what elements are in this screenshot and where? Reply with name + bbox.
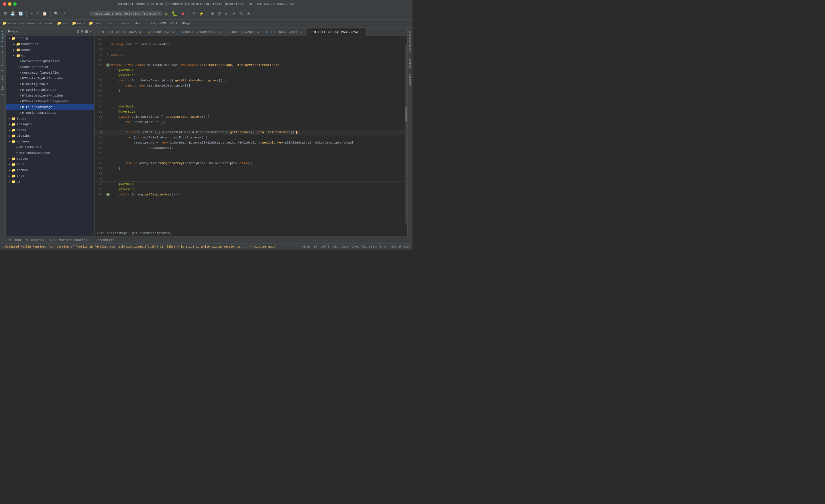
- stop-button[interactable]: ⏹: [179, 10, 186, 17]
- tree-item-ui2[interactable]: ▶ 📁 ui: [6, 179, 94, 185]
- tree-item-MTFileColorsPage[interactable]: ● MTFileColorsPage: [6, 104, 94, 110]
- scrollbar-track[interactable]: [405, 45, 407, 223]
- tab-close-btn[interactable]: ✕: [256, 30, 260, 34]
- favorites-tool-window-btn[interactable]: 2: Favorites: [1, 73, 5, 97]
- breadcrumb-com[interactable]: com: [106, 22, 112, 25]
- maven-projects-btn[interactable]: Maven Projects: [408, 29, 412, 54]
- tree-item-BeforeConfigNotifier[interactable]: ● BeforeConfigNotifier: [6, 59, 94, 64]
- tree-item-CustomConfigNotifier[interactable]: ● CustomConfigNotifier: [6, 70, 94, 76]
- breadcrumb-main[interactable]: 📁 main: [72, 21, 84, 25]
- tab-SettingsGradle[interactable]: G SETTINGS.GRADLE ✕: [263, 28, 306, 36]
- tab-MTFileColorsPage[interactable]: J MT FILE COLORS PAGE.JAVA ✕: [306, 28, 367, 36]
- tree-scroll-btn[interactable]: ⊞: [85, 29, 88, 33]
- toolbar-vcs-btn[interactable]: ⎇: [230, 11, 237, 17]
- bottom-tab-checkstyle[interactable]: ✓ CheckStyle: [90, 237, 117, 242]
- toolbar-find-btn[interactable]: 🔍: [53, 11, 60, 17]
- tab-BuildGradle[interactable]: G BUILD.GRADLE ✕: [226, 28, 263, 36]
- tree-item-MTCustomThemeConfigurable[interactable]: ● MTCustomThemeConfigurable: [6, 98, 94, 104]
- toolbar-star-btn[interactable]: ★: [246, 11, 251, 17]
- tab-close-btn[interactable]: ✕: [172, 30, 176, 34]
- status-lf[interactable]: LF: [314, 245, 317, 248]
- tab-close-btn[interactable]: ✕: [299, 30, 303, 34]
- tree-settings-btn[interactable]: ⚙: [81, 29, 84, 33]
- status-encoding[interactable]: UTF-8: [321, 245, 329, 248]
- close-button[interactable]: [3, 2, 6, 6]
- toolbar-coverage-btn[interactable]: ☂: [191, 11, 197, 17]
- tree-item-menuicons[interactable]: ▶ 📁 menuicons: [6, 41, 94, 47]
- code-line-54: 54 public AttributesDescriptor[] getAttr…: [94, 78, 407, 83]
- tree-collapse-all-btn[interactable]: ⊟: [77, 29, 80, 33]
- tab-MTFileColors[interactable]: J MT FILE COLORS.JAVA ✕: [94, 28, 145, 36]
- tab-close-btn[interactable]: ✕: [360, 30, 364, 34]
- breadcrumb-idea[interactable]: idea: [133, 22, 141, 25]
- toolbar-plug-btn[interactable]: 🔌: [238, 11, 245, 17]
- breadcrumb-project[interactable]: 📁 material-theme-jetbrains: [2, 21, 53, 25]
- tab-close-btn[interactable]: ✕: [219, 30, 223, 34]
- breadcrumb-config[interactable]: config: [145, 22, 156, 25]
- tree-item-panes[interactable]: ▶ 📁 panes: [6, 127, 94, 133]
- window-controls[interactable]: [3, 2, 17, 6]
- status-git[interactable]: Git: docs: [333, 245, 348, 248]
- tree-item-config[interactable]: ▾ 📁 config: [6, 35, 94, 41]
- line-number: 63: [95, 125, 105, 130]
- line-number: 47: [95, 42, 105, 47]
- toolbar-menu-btn[interactable]: ☰: [2, 11, 8, 17]
- run-config-selector[interactable]: ▶ material-theme-jetbrains [runIde] ▾: [89, 11, 162, 16]
- toolbar-search-everywhere-btn[interactable]: ⊕: [223, 11, 229, 17]
- tree-item-MTOptionContributor[interactable]: ● MTOptionContributor: [6, 110, 94, 116]
- tree-item-status[interactable]: ▶ 📁 status: [6, 156, 94, 162]
- breadcrumb-src[interactable]: 📁 src: [57, 21, 68, 25]
- maximize-button[interactable]: [13, 2, 17, 6]
- tab-close-btn[interactable]: ✕: [138, 30, 142, 34]
- database-btn[interactable]: Database: [408, 72, 412, 88]
- tab-more-btn[interactable]: ⋯: [401, 32, 407, 36]
- tree-item-schemes[interactable]: ▾ 📁 schemes: [6, 139, 94, 144]
- bottom-tab-todo[interactable]: ✓ 6: TODO: [2, 237, 23, 242]
- toolbar-replace-btn[interactable]: ⇄: [61, 11, 66, 17]
- tab-ColorJava[interactable]: J COLOR.JAVA ✕: [145, 28, 179, 36]
- tree-item-MTConfigurableBase[interactable]: ● MTConfigurableBase: [6, 87, 94, 93]
- tree-item-MTFileColors[interactable]: ● MTFileColors: [6, 144, 94, 150]
- status-java[interactable]: Java: [352, 245, 359, 248]
- tree-item-themes[interactable]: ▶ 📁 themes: [6, 167, 94, 173]
- tree-item-scope[interactable]: ▶ 📁 scope: [6, 47, 94, 53]
- tree-item-MTConfigTopHitProvider[interactable]: ● MTConfigTopHitProvider: [6, 76, 94, 81]
- toolbar-paste-btn[interactable]: 📋: [41, 11, 48, 17]
- tree-item-plugins[interactable]: ▶ 📁 plugins: [6, 133, 94, 139]
- toolbar-structure-btn[interactable]: ▤: [217, 11, 222, 17]
- toolbar-sync-btn[interactable]: 🔄: [17, 11, 24, 17]
- tree-item-tree[interactable]: ▶ 📁 tree: [6, 173, 94, 179]
- toolbar-cut-btn[interactable]: ✂: [29, 11, 34, 17]
- debug-button[interactable]: 🐛: [170, 10, 178, 17]
- toolbar-copy-btn[interactable]: ⎘: [35, 11, 40, 17]
- toolbar-forward-btn[interactable]: →: [78, 11, 84, 17]
- project-tool-window-btn[interactable]: 1: Project: [1, 29, 5, 49]
- toolbar-settings-btn[interactable]: ⚙: [210, 11, 215, 17]
- tree-close-btn[interactable]: ✕: [89, 29, 92, 33]
- tree-item-messages[interactable]: ▶ 📁 messages: [6, 122, 94, 127]
- breadcrumb-chrisrm[interactable]: chrisrm: [116, 22, 129, 25]
- tree-item-MTConfigurable[interactable]: ● MTConfigurable: [6, 81, 94, 87]
- tree-item-ConfigNotifier[interactable]: ● ConfigNotifier: [6, 64, 94, 70]
- scrollbar-thumb[interactable]: [405, 107, 407, 122]
- tree-item-ui[interactable]: ▶ 📁 ui: [6, 53, 94, 59]
- tab-GradleProperties[interactable]: G GRADLE.PROPERTIES ✕: [179, 28, 226, 36]
- status-position[interactable]: 63:95: [302, 245, 310, 248]
- minimize-button[interactable]: [8, 2, 11, 6]
- toolbar-profile-btn[interactable]: ⚡: [198, 11, 205, 17]
- structure-tool-window-btn[interactable]: 2: Structure: [1, 49, 5, 73]
- tree-item-icons[interactable]: ▶ 📁 icons: [6, 116, 94, 122]
- breadcrumb-file[interactable]: MTFileColorsPage: [160, 22, 191, 25]
- run-button[interactable]: ▶: [164, 10, 169, 17]
- bottom-tab-vcs[interactable]: ⑨ 9: Version Control: [47, 237, 90, 242]
- tree-item-MTThemesComponent[interactable]: ● MTThemesComponent: [6, 150, 94, 156]
- toolbar-back-btn[interactable]: ←: [71, 11, 77, 17]
- gradle-btn[interactable]: Gradle: [408, 57, 412, 69]
- code-editor[interactable]: 46 47 package com.chrisrm.idea.config; 4…: [94, 36, 407, 230]
- toolbar-save-btn[interactable]: 💾: [9, 11, 16, 17]
- bottom-tab-terminal[interactable]: ⊡ Terminal: [24, 237, 47, 242]
- status-git-stat[interactable]: Git Stat: 5↑ 0↓: [362, 245, 388, 248]
- breadcrumb-java[interactable]: 📁 java: [89, 21, 101, 25]
- tree-item-tabs[interactable]: ▶ 📁 tabs: [6, 162, 94, 167]
- tree-item-MTCustomColorsProvider[interactable]: ● MTCustomColorsProvider: [6, 93, 94, 98]
